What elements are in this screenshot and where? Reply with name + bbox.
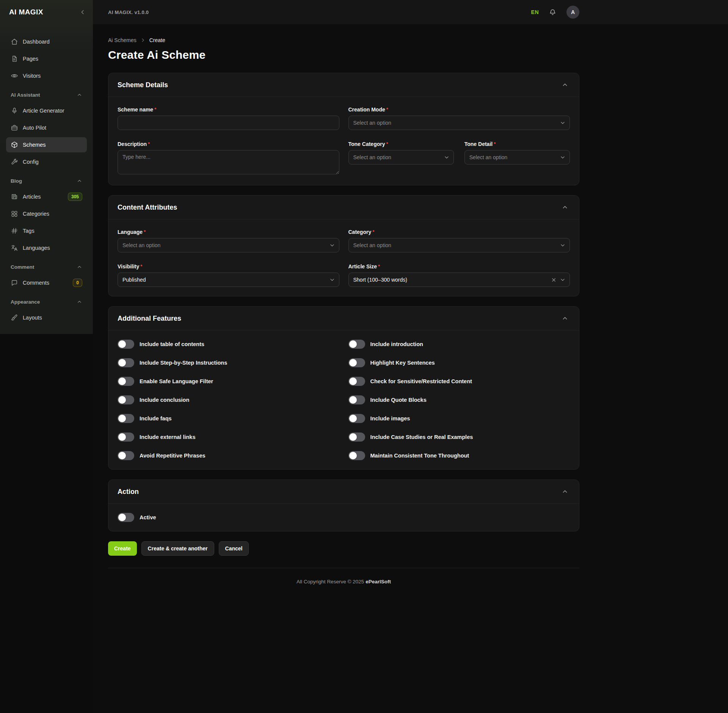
chevron-up-icon <box>77 264 82 270</box>
toggle-row-conclusion: Include conclusion <box>118 395 339 404</box>
sidebar-section-label: Comment <box>11 264 34 270</box>
toggle-row-active: Active <box>118 513 570 522</box>
toggle-row-avoid-repetitive: Avoid Repetitive Phrases <box>118 451 339 460</box>
sidebar-section-blog[interactable]: Blog <box>6 176 87 186</box>
cancel-button[interactable]: Cancel <box>219 541 249 556</box>
toggle-avoid-repetitive-phrases[interactable] <box>118 451 134 460</box>
article-size-select[interactable]: Short (100–300 words) <box>348 273 570 287</box>
toggle-highlight-key-sentences[interactable] <box>348 358 365 367</box>
page-content: Ai Schemes Create Create Ai Scheme Schem… <box>108 24 579 604</box>
toggle-include-conclusion[interactable] <box>118 395 134 404</box>
creation-mode-field: Creation Mode Select an option <box>348 106 570 130</box>
user-avatar[interactable]: A <box>566 6 579 19</box>
creation-mode-select[interactable]: Select an option <box>348 116 570 130</box>
notifications-button[interactable] <box>549 8 557 16</box>
section-collapse-button[interactable] <box>560 487 570 497</box>
tone-detail-select[interactable]: Select an option <box>464 150 570 165</box>
toggle-include-external-links[interactable] <box>118 433 134 442</box>
toggle-include-introduction[interactable] <box>348 340 365 349</box>
sidebar-item-config[interactable]: Config <box>6 154 87 169</box>
chevron-up-icon <box>77 92 82 98</box>
card-title: Additional Features <box>118 315 181 323</box>
sidebar-item-articles[interactable]: Articles 305 <box>6 189 87 204</box>
sidebar-item-comments[interactable]: Comments 0 <box>6 275 87 290</box>
main-area: AI MAGIX. v1.0.0 EN A Ai Schemes Create … <box>93 0 728 713</box>
select-value: Select an option <box>122 242 160 248</box>
toggle-active[interactable] <box>118 513 134 522</box>
scheme-name-input[interactable] <box>118 116 339 130</box>
sidebar-item-visitors[interactable]: Visitors <box>6 68 87 83</box>
toggle-check-sensitive-content[interactable] <box>348 377 365 386</box>
chevron-down-icon <box>329 242 335 248</box>
sidebar-item-dashboard[interactable]: Dashboard <box>6 34 87 49</box>
home-icon <box>11 38 18 45</box>
toggle-include-images[interactable] <box>348 414 365 423</box>
toggle-include-step-by-step[interactable] <box>118 358 134 367</box>
toggle-maintain-consistent-tone[interactable] <box>348 451 365 460</box>
chevron-down-icon <box>560 242 566 248</box>
chevron-left-icon <box>79 9 86 16</box>
scheme-details-card: Scheme Details Scheme name Creation Mode <box>108 73 579 185</box>
sidebar-item-label: Languages <box>23 245 50 251</box>
section-collapse-button[interactable] <box>560 80 570 90</box>
description-textarea[interactable] <box>118 150 339 174</box>
app-root: AI MAGIX Dashboard Pages Visitors AI <box>0 0 728 713</box>
visibility-select[interactable]: Published <box>118 273 339 287</box>
field-label: Tone Detail <box>464 141 496 147</box>
sidebar-section-appearance[interactable]: Appearance <box>6 296 87 307</box>
close-icon <box>551 277 557 283</box>
sidebar-item-label: Auto Pilot <box>23 125 46 131</box>
tone-category-field: Tone Category Select an option <box>348 141 454 176</box>
toggle-row-case-studies: Include Case Studies or Real Examples <box>348 433 570 442</box>
comments-count-badge: 0 <box>73 279 82 287</box>
toggle-row-consistent-tone: Maintain Consistent Tone Throughout <box>348 451 570 460</box>
sidebar-section-comment[interactable]: Comment <box>6 262 87 272</box>
create-button[interactable]: Create <box>108 541 137 556</box>
create-another-button[interactable]: Create & create another <box>141 541 214 556</box>
section-collapse-button[interactable] <box>560 313 570 323</box>
toggle-include-quote-blocks[interactable] <box>348 395 365 404</box>
toggle-safe-language-filter[interactable] <box>118 377 134 386</box>
chevron-down-icon <box>444 154 450 160</box>
category-select[interactable]: Select an option <box>348 238 570 252</box>
footer-brand: ePearlSoft <box>366 579 391 585</box>
hashtag-icon <box>11 227 18 235</box>
clear-selection-button[interactable] <box>550 276 557 284</box>
bell-icon <box>549 8 557 16</box>
select-value: Short (100–300 words) <box>353 277 407 283</box>
sidebar-item-label: Schemes <box>23 142 46 148</box>
sidebar-item-label: Config <box>23 159 39 165</box>
section-collapse-button[interactable] <box>560 202 570 212</box>
sidebar-item-tags[interactable]: Tags <box>6 223 87 238</box>
language-switcher[interactable]: EN <box>531 9 539 15</box>
sidebar-item-label: Layouts <box>23 315 42 321</box>
card-title: Content Attributes <box>118 204 177 212</box>
language-select[interactable]: Select an option <box>118 238 339 252</box>
toggle-include-table-of-contents[interactable] <box>118 340 134 349</box>
sidebar-item-auto-pilot[interactable]: Auto Pilot <box>6 120 87 135</box>
sidebar-item-languages[interactable]: Languages <box>6 240 87 255</box>
breadcrumb-parent[interactable]: Ai Schemes <box>108 37 136 43</box>
toggle-include-faqs[interactable] <box>118 414 134 423</box>
sidebar-section-ai-assistant[interactable]: AI Assistant <box>6 89 87 100</box>
additional-features-card: Additional Features Include table of con… <box>108 306 579 470</box>
app-version-title: AI MAGIX. v1.0.0 <box>108 9 149 15</box>
sidebar-item-label: Comments <box>23 280 49 286</box>
select-value: Published <box>122 277 146 283</box>
sidebar-item-pages[interactable]: Pages <box>6 51 87 66</box>
sidebar-item-categories[interactable]: Categories <box>6 206 87 221</box>
topbar: AI MAGIX. v1.0.0 EN A <box>93 0 728 24</box>
tone-category-select[interactable]: Select an option <box>348 150 454 165</box>
cube-icon <box>11 141 18 149</box>
sidebar-collapse-button[interactable] <box>78 7 88 17</box>
sidebar-item-layouts[interactable]: Layouts <box>6 310 87 325</box>
toggle-include-case-studies[interactable] <box>348 433 365 442</box>
sidebar-item-article-generator[interactable]: Article Generator <box>6 103 87 118</box>
chevron-up-icon <box>77 299 82 305</box>
sidebar-item-schemes[interactable]: Schemes <box>6 137 87 152</box>
field-label: Category <box>348 229 375 235</box>
chevron-down-icon <box>560 154 566 160</box>
chevron-down-icon <box>329 277 335 283</box>
toggle-row-images: Include images <box>348 414 570 423</box>
chevron-down-icon <box>560 120 566 126</box>
